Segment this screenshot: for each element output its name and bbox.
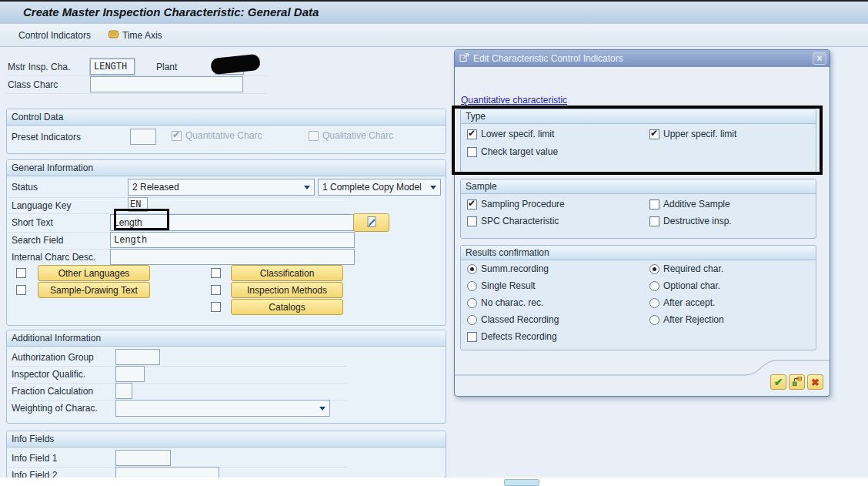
class-charc-field[interactable] (90, 76, 243, 92)
dialog-title: Edit Characteristic Control Indicators (473, 53, 623, 64)
dialog-close-button[interactable]: × (813, 52, 826, 65)
inspection-methods-button[interactable]: Inspection Methods (231, 282, 343, 298)
authorization-group-field[interactable] (115, 349, 160, 365)
language-key-label: Language Key (12, 200, 71, 211)
checkbox-box (211, 302, 221, 312)
qualitative-charc-checkbox: Qualitative Charc (309, 130, 393, 141)
copy-settings-icon (792, 376, 803, 389)
window-titlebar: Create Master Inspection Characteristic:… (0, 0, 868, 25)
radio-label: No charac. rec. (481, 297, 543, 308)
bottom-strip (0, 478, 868, 486)
time-axis-button[interactable]: Time Axis (108, 29, 162, 42)
sample-group-header: Sample (461, 179, 816, 194)
continue-button[interactable]: ✔ (770, 374, 786, 390)
chevron-down-icon (304, 186, 310, 189)
copy-model-dropdown[interactable]: 1 Complete Copy Model (318, 179, 441, 196)
other-languages-button[interactable]: Other Languages (38, 265, 150, 281)
checkbox-box (649, 216, 659, 226)
fraction-calculation-field[interactable] (115, 383, 132, 399)
plant-redaction (210, 54, 261, 75)
search-field-label: Search Field (12, 235, 63, 246)
edit-control-indicators-dialog: Edit Characteristic Control Indicators ×… (454, 49, 830, 397)
no-charac-rec-radio[interactable]: No charac. rec. (467, 297, 543, 308)
cancel-button[interactable]: ✖ (807, 374, 823, 390)
mstr-insp-cha-label: Mstr Insp. Cha. (8, 62, 70, 72)
sample-drawing-text-button[interactable]: Sample-Drawing Text (38, 282, 150, 298)
spc-characteristic-checkbox[interactable]: SPC Characteristic (467, 216, 559, 226)
checkbox-box (16, 285, 26, 295)
type-group: Type Lower specif. limit Upper specif. l… (460, 109, 816, 173)
checkbox-label: SPC Characteristic (481, 216, 559, 226)
checkbox-box (309, 131, 319, 141)
classification-button[interactable]: Classification (231, 265, 343, 281)
checkbox-label: Lower specif. limit (481, 129, 554, 139)
results-confirmation-group: Results confirmation Summ.recording Requ… (460, 245, 816, 350)
radio-label: Required char. (663, 263, 723, 274)
inspection-methods-checkbox[interactable] (211, 285, 221, 295)
after-accept-radio[interactable]: After accept. (649, 297, 715, 308)
radio-circle (649, 264, 659, 274)
additional-information-section: Additional Information Authorization Gro… (6, 330, 446, 424)
class-charc-label: Class Charc (8, 79, 58, 90)
radio-label: After accept. (663, 297, 715, 308)
checkbox-label: Defects Recording (481, 331, 557, 342)
other-languages-checkbox[interactable] (16, 268, 26, 278)
chevron-down-icon (319, 407, 326, 411)
short-text-label: Short Text (12, 217, 53, 228)
single-result-radio[interactable]: Single Result (467, 280, 536, 291)
defects-recording-checkbox[interactable]: Defects Recording (467, 331, 557, 342)
internal-charc-desc-field[interactable] (110, 249, 355, 265)
checkbox-label: Check target value (481, 146, 558, 157)
cancel-x-icon: ✖ (811, 377, 820, 387)
long-text-edit-button[interactable] (353, 213, 389, 232)
confirm-check-icon: ✔ (774, 377, 783, 387)
info-field-1-input[interactable] (115, 450, 171, 466)
required-char-radio[interactable]: Required char. (649, 263, 723, 274)
destructive-insp-checkbox[interactable]: Destructive insp. (649, 216, 732, 226)
after-rejection-radio[interactable]: After Rejection (649, 314, 724, 325)
general-information-header: General Information (7, 160, 446, 176)
additive-sample-checkbox[interactable]: Additive Sample (649, 199, 730, 209)
checkbox-box (172, 131, 182, 141)
radio-circle (649, 315, 659, 325)
inspector-qualific-field[interactable] (115, 366, 145, 382)
radio-circle (467, 281, 477, 291)
summ-recording-radio[interactable]: Summ.recording (467, 263, 549, 274)
quantitative-characteristic-link[interactable]: Quantitative characteristic (461, 95, 567, 106)
weighting-of-charac-label: Weighting of Charac. (12, 403, 98, 414)
copy-settings-button[interactable] (789, 374, 805, 390)
sampling-procedure-checkbox[interactable]: Sampling Procedure (467, 199, 565, 209)
additional-information-header: Additional Information (7, 330, 446, 347)
lower-specif-limit-checkbox[interactable]: Lower specif. limit (467, 129, 554, 139)
catalogs-button[interactable]: Catalogs (231, 299, 343, 315)
catalogs-checkbox[interactable] (211, 302, 221, 312)
classification-checkbox[interactable] (211, 268, 221, 278)
info-fields-header: Info Fields (7, 431, 446, 447)
inspector-qualific-label: Inspector Qualific. (12, 369, 85, 380)
search-field-input[interactable]: Length (110, 232, 355, 248)
status-dropdown[interactable]: 2 Released (128, 179, 315, 196)
authorization-group-label: Authorization Group (12, 352, 94, 363)
sample-drawing-text-checkbox[interactable] (16, 285, 26, 295)
quantitative-charc-checkbox: Quantitative Charc (172, 130, 262, 141)
checkbox-label: Sampling Procedure (481, 199, 565, 209)
classed-recording-radio[interactable]: Classed Recording (467, 314, 559, 325)
checkbox-box (467, 332, 477, 342)
weighting-of-charac-dropdown[interactable] (115, 400, 330, 417)
upper-specif-limit-checkbox[interactable]: Upper specif. limit (649, 129, 736, 139)
optional-char-radio[interactable]: Optional char. (649, 280, 720, 291)
radio-label: Classed Recording (481, 314, 559, 325)
radio-label: Summ.recording (481, 263, 549, 274)
general-information-section: General Information Status 2 Released 1 … (6, 159, 446, 326)
type-group-header: Type (461, 109, 816, 124)
control-data-header: Control Data (7, 109, 446, 126)
short-text-field[interactable]: Length (110, 214, 355, 231)
dialog-titlebar[interactable]: Edit Characteristic Control Indicators × (455, 50, 830, 67)
mstr-insp-cha-field[interactable]: LENGTH (90, 59, 135, 75)
check-target-value-checkbox[interactable]: Check target value (467, 146, 558, 157)
preset-indicators-field[interactable] (130, 129, 156, 145)
language-key-field[interactable]: EN (128, 197, 148, 212)
control-indicators-button[interactable]: Control Indicators (17, 28, 92, 42)
results-confirmation-header: Results confirmation (461, 246, 816, 260)
radio-label: Single Result (481, 280, 536, 291)
